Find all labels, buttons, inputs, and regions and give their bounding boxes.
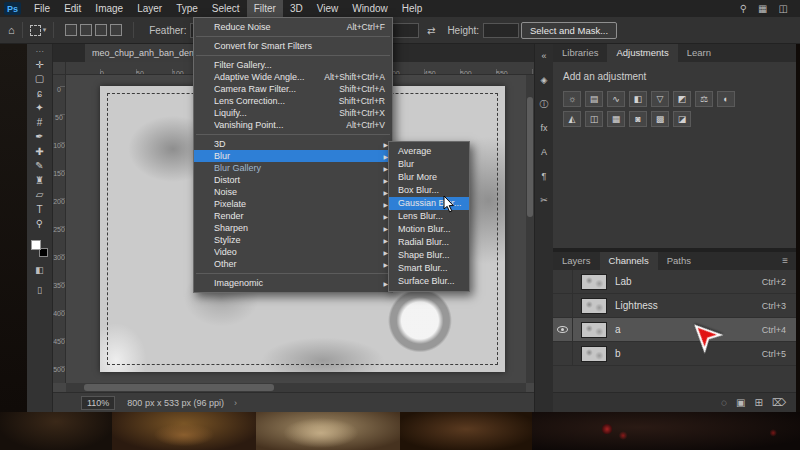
black-white-icon[interactable]: ◐ (717, 91, 735, 107)
brush-tool[interactable]: ✎ (29, 159, 51, 174)
blur-submenu-item[interactable]: Lens Blur... (389, 210, 469, 223)
channel-thumbnail[interactable] (581, 274, 607, 290)
foreground-color-swatch[interactable] (31, 240, 41, 250)
panel-menu-icon[interactable]: ≡ (782, 252, 796, 270)
visibility-toggle[interactable] (553, 342, 573, 365)
delete-channel-icon[interactable]: ⌦ (772, 397, 786, 408)
move-tool[interactable]: ✛ (29, 57, 51, 72)
filter-menu-item[interactable] (196, 134, 390, 135)
type-tool[interactable]: T (29, 202, 51, 217)
lasso-tool[interactable]: ɕ (29, 86, 51, 101)
eraser-tool[interactable]: ▱ (29, 188, 51, 203)
filter-menu-item[interactable]: Filter Gallery... (194, 59, 392, 71)
search-icon[interactable]: ⚲ (740, 0, 747, 17)
info-icon[interactable]: ⓘ (535, 92, 553, 116)
panel-tab[interactable]: Libraries (553, 44, 607, 62)
tool-preset-icon[interactable]: ▾ (30, 25, 47, 36)
blur-submenu-item[interactable]: Gaussian Blur... (389, 197, 469, 210)
vibrance-icon[interactable]: ▽ (651, 91, 669, 107)
blur-submenu-item[interactable]: Shape Blur... (389, 249, 469, 262)
eyedropper-tool[interactable]: ✒ (29, 130, 51, 145)
screen-mode-icon[interactable]: ▯ (29, 283, 51, 297)
blur-submenu-item[interactable]: Motion Blur... (389, 223, 469, 236)
select-and-mask-button[interactable]: Select and Mask... (521, 22, 617, 39)
blur-submenu-item[interactable]: Box Blur... (389, 184, 469, 197)
channel-row[interactable]: Lab Ctrl+2 (553, 270, 796, 294)
panel-tab[interactable]: Adjustments (607, 44, 677, 62)
healing-brush-tool[interactable]: ✚ (29, 144, 51, 159)
quick-selection-tool[interactable]: ✦ (29, 101, 51, 116)
load-selection-icon[interactable]: ◌ (721, 397, 727, 408)
filter-menu-item[interactable]: 3D (194, 138, 392, 150)
channel-row[interactable]: b Ctrl+5 (553, 342, 796, 366)
menubar-item[interactable]: View (310, 0, 346, 17)
horizontal-scrollbar[interactable] (66, 383, 526, 392)
color-lookup-icon[interactable]: ▦ (607, 111, 625, 127)
subtract-selection-icon[interactable] (95, 24, 107, 36)
new-channel-icon[interactable]: ⊞ (754, 397, 762, 408)
channel-row[interactable]: a Ctrl+4 (553, 318, 796, 342)
filter-menu-item[interactable]: Distort (194, 174, 392, 186)
color-balance-icon[interactable]: ⚖ (695, 91, 713, 107)
filter-menu-item[interactable] (196, 36, 390, 37)
blur-submenu-item[interactable]: Blur More (389, 171, 469, 184)
filter-menu-item[interactable]: Convert for Smart Filters (194, 40, 392, 52)
menubar-item[interactable]: Filter (247, 0, 283, 17)
panel-tab[interactable]: Channels (600, 252, 658, 270)
horizontal-scrollbar-thumb[interactable] (84, 384, 274, 391)
blur-submenu-item[interactable]: Smart Blur... (389, 262, 469, 275)
filter-menu-item[interactable]: Sharpen (194, 222, 392, 234)
filter-menu-item[interactable]: Camera Raw Filter... Shift+Ctrl+A (194, 83, 392, 95)
exposure-icon[interactable]: ◧ (629, 91, 647, 107)
menubar-item[interactable]: Window (345, 0, 395, 17)
visibility-toggle[interactable] (553, 318, 573, 341)
zoom-tool[interactable]: ⚲ (29, 217, 51, 232)
filter-menu-item[interactable]: Pixelate (194, 198, 392, 210)
menubar-item[interactable]: Image (88, 0, 130, 17)
clone-stamp-tool[interactable]: ♜ (29, 173, 51, 188)
posterize-icon[interactable]: ▩ (651, 111, 669, 127)
channel-row[interactable]: Lightness Ctrl+3 (553, 294, 796, 318)
hue-saturation-icon[interactable]: ◩ (673, 91, 691, 107)
color-swatches[interactable] (31, 240, 48, 257)
panel-tab[interactable]: Paths (658, 252, 700, 270)
visibility-toggle[interactable] (553, 294, 573, 317)
filter-menu-item[interactable]: Blur (194, 150, 392, 162)
filter-menu-item[interactable]: Vanishing Point... Alt+Ctrl+V (194, 119, 392, 131)
levels-icon[interactable]: ▤ (585, 91, 603, 107)
vertical-scrollbar-thumb[interactable] (527, 97, 533, 217)
menubar-item[interactable]: Help (395, 0, 430, 17)
status-chevron-icon[interactable]: › (234, 398, 237, 408)
filter-menu-item[interactable]: Adaptive Wide Angle... Alt+Shift+Ctrl+A (194, 71, 392, 83)
photo-filter-icon[interactable]: ◭ (563, 111, 581, 127)
panel-tab[interactable]: Learn (678, 44, 720, 62)
more-tools-icon[interactable]: ⋯ (36, 47, 44, 57)
swap-dimensions-icon[interactable]: ⇄ (427, 25, 435, 36)
filter-menu-item[interactable]: Noise (194, 186, 392, 198)
crop-tool[interactable]: # (29, 115, 51, 130)
blur-submenu-item[interactable]: Average (389, 145, 469, 158)
menubar-item[interactable]: Type (169, 0, 205, 17)
clone-source-icon[interactable]: ✂ (535, 188, 553, 212)
threshold-icon[interactable]: ◪ (673, 111, 691, 127)
quick-mask-icon[interactable]: ◧ (29, 263, 51, 277)
brightness-contrast-icon[interactable]: ☼ (563, 91, 581, 107)
add-selection-icon[interactable] (80, 24, 92, 36)
filter-menu-item[interactable]: Render (194, 210, 392, 222)
menubar-item[interactable]: Select (205, 0, 247, 17)
fx-icon[interactable]: fx (535, 116, 553, 140)
filter-menu-item[interactable]: Other (194, 258, 392, 270)
layout-icon[interactable]: ◫ (779, 0, 788, 17)
character-icon[interactable]: A (535, 140, 553, 164)
curves-icon[interactable]: ∿ (607, 91, 625, 107)
panel-tab[interactable]: Layers (553, 252, 600, 270)
blur-submenu-item[interactable]: Surface Blur... (389, 275, 469, 288)
menubar-item[interactable]: 3D (283, 0, 310, 17)
height-input[interactable] (483, 23, 519, 38)
menubar-item[interactable]: Layer (130, 0, 169, 17)
workspace-icon[interactable]: ▦ (758, 0, 767, 17)
intersect-selection-icon[interactable] (110, 24, 122, 36)
vertical-scrollbar[interactable] (526, 75, 534, 383)
navigator-icon[interactable]: ◈ (535, 68, 553, 92)
marquee-tool[interactable]: ▢ (29, 72, 51, 87)
